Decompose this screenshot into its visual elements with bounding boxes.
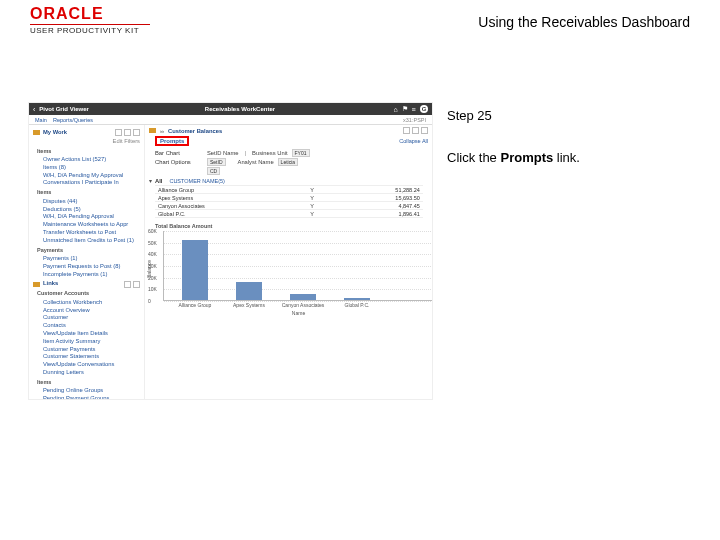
- sidebar-item[interactable]: Payments (1): [43, 255, 140, 263]
- tab-reports[interactable]: Reports/Queries: [53, 117, 93, 123]
- home-icon[interactable]: ⌂: [391, 106, 400, 113]
- chevron-right-icon: ››: [160, 128, 164, 134]
- table-row[interactable]: Alliance GroupY51,288.24: [155, 186, 423, 194]
- sidebar-links-cat-0: Customer Accounts: [37, 290, 140, 297]
- brand-subtitle: USER PRODUCTIVITY KIT: [30, 27, 150, 35]
- cell-amount: 4,847.45: [335, 202, 423, 210]
- customer-table: Alliance GroupY51,288.24Apex SystemsY15,…: [155, 185, 423, 219]
- sidebar-cat-1: Items: [37, 189, 140, 196]
- cell-customer: Apex Systems: [155, 194, 307, 202]
- sidebar-tool-1[interactable]: [115, 129, 122, 136]
- cell-flag: Y: [307, 210, 335, 218]
- filter-value[interactable]: CD: [207, 167, 220, 175]
- x-tick: Global P.C.: [332, 302, 382, 308]
- sidebar-item[interactable]: Item Activity Summary: [43, 338, 140, 346]
- menu-icon[interactable]: ≡: [409, 106, 418, 113]
- sidebar-item[interactable]: Incomplete Payments (1): [43, 271, 140, 279]
- app-screenshot: ‹ Pivot Grid Viewer Receivables WorkCent…: [28, 102, 433, 400]
- sidebar-item[interactable]: Customer: [43, 314, 140, 322]
- cell-amount: 15,693.50: [335, 194, 423, 202]
- filter-field-label: Business Unit: [252, 150, 287, 156]
- profile-icon[interactable]: G: [420, 105, 428, 113]
- filter-value[interactable]: Leticia: [278, 158, 298, 166]
- sidebar-item[interactable]: Payment Requests to Post (8): [43, 263, 140, 271]
- panel-tool-1[interactable]: [403, 127, 410, 134]
- table-row[interactable]: [155, 218, 423, 220]
- chart-bar[interactable]: [290, 294, 316, 300]
- sidebar-item[interactable]: Customer Payments: [43, 346, 140, 354]
- brand-logo: ORACLE: [30, 6, 150, 22]
- sidebar-item[interactable]: W/H, D/A Pending Approval: [43, 213, 140, 221]
- sidebar-item[interactable]: Contacts: [43, 322, 140, 330]
- sidebar-tool-2[interactable]: [124, 129, 131, 136]
- sidebar-item[interactable]: Dunning Letters: [43, 369, 140, 377]
- sidebar-item[interactable]: Unmatched Item Credits to Post (1): [43, 237, 140, 245]
- sidebar-item[interactable]: Collections Workbench: [43, 299, 140, 307]
- sidebar-tool-5[interactable]: [133, 281, 140, 288]
- y-tick: 30K: [148, 263, 157, 269]
- panel-tool-3[interactable]: [421, 127, 428, 134]
- sidebar-item[interactable]: Maintenance Worksheets to Appr: [43, 221, 140, 229]
- chart-title: Total Balance Amount: [155, 223, 428, 229]
- sidebar-item[interactable]: Conversations I Participate In: [43, 179, 140, 187]
- sidebar: My Work Edit Filters Items Owner Actions…: [29, 125, 145, 399]
- x-tick: Canyon Associates: [278, 302, 328, 308]
- cell-customer: Global P.C.: [155, 210, 307, 218]
- cell-amount: [335, 218, 423, 220]
- subbar-right: x31:PSPI: [403, 117, 426, 123]
- back-icon[interactable]: ‹: [33, 106, 35, 113]
- sidebar-tool-3[interactable]: [133, 129, 140, 136]
- app-title-center: Receivables WorkCenter: [89, 106, 391, 112]
- filter-value[interactable]: SetID: [207, 158, 226, 166]
- chevron-down-icon[interactable]: ▾: [149, 178, 152, 184]
- panel-tool-2[interactable]: [412, 127, 419, 134]
- cell-customer: [155, 218, 307, 220]
- x-tick: Alliance Group: [170, 302, 220, 308]
- chart-bar[interactable]: [236, 282, 262, 300]
- app-subbar: Main Reports/Queries x31:PSPI: [29, 115, 432, 125]
- collapse-all-link[interactable]: Collapse All: [399, 138, 428, 144]
- flag-icon[interactable]: ⚑: [400, 105, 409, 113]
- filter-value[interactable]: FY01: [292, 149, 310, 157]
- cell-flag: Y: [307, 186, 335, 194]
- sidebar-item[interactable]: View/Update Item Details: [43, 330, 140, 338]
- folder-icon: [33, 130, 40, 135]
- sidebar-cat-0: Items: [37, 148, 140, 155]
- instruction-panel: Step 25 Click the Prompts link.: [445, 102, 692, 520]
- table-row[interactable]: Global P.C.Y1,896.41: [155, 210, 423, 218]
- sidebar-item[interactable]: Items (8): [43, 164, 140, 172]
- sidebar-links-title[interactable]: Links: [43, 280, 58, 288]
- sidebar-item[interactable]: Customer Statements: [43, 353, 140, 361]
- chart-bar[interactable]: [182, 240, 208, 300]
- sidebar-item[interactable]: Pending Payment Groups: [43, 395, 140, 399]
- folder-icon: [149, 128, 156, 133]
- y-tick: 10K: [148, 286, 157, 292]
- sidebar-item[interactable]: Account Overview: [43, 307, 140, 315]
- filter-label: Chart Options: [155, 159, 203, 165]
- cell-flag: Y: [307, 194, 335, 202]
- sidebar-item[interactable]: Owner Actions List (527): [43, 156, 140, 164]
- edit-filters-link[interactable]: Edit Filters: [113, 138, 140, 144]
- cell-flag: [307, 218, 335, 220]
- sidebar-links-cat-1: Items: [37, 379, 140, 386]
- sidebar-item[interactable]: Transfer Worksheets to Post: [43, 229, 140, 237]
- sidebar-item[interactable]: Deductions (5): [43, 206, 140, 214]
- sidebar-mywork-title[interactable]: My Work: [43, 129, 67, 137]
- sidebar-item[interactable]: W/H, D/A Pending My Approval: [43, 172, 140, 180]
- tab-main[interactable]: Main: [35, 117, 47, 123]
- cell-flag: Y: [307, 202, 335, 210]
- filter-label: Bar Chart: [155, 150, 203, 156]
- sidebar-item[interactable]: Disputes (44): [43, 198, 140, 206]
- y-tick: 60K: [148, 228, 157, 234]
- table-row[interactable]: Canyon AssociatesY4,847.45: [155, 202, 423, 210]
- cell-amount: 1,896.41: [335, 210, 423, 218]
- table-row[interactable]: Apex SystemsY15,693.50: [155, 194, 423, 202]
- sidebar-item[interactable]: View/Update Conversations: [43, 361, 140, 369]
- prompts-link[interactable]: Prompts: [155, 136, 189, 146]
- sidebar-item[interactable]: Pending Online Groups: [43, 387, 140, 395]
- filter-field-label: Analyst Name: [238, 159, 274, 165]
- sidebar-tool-4[interactable]: [124, 281, 131, 288]
- filter-field-label: SetID Name: [207, 150, 239, 156]
- filter-block: Bar Chart SetID Name | Business Unit FY0…: [155, 149, 428, 175]
- chart-bar[interactable]: [344, 298, 370, 300]
